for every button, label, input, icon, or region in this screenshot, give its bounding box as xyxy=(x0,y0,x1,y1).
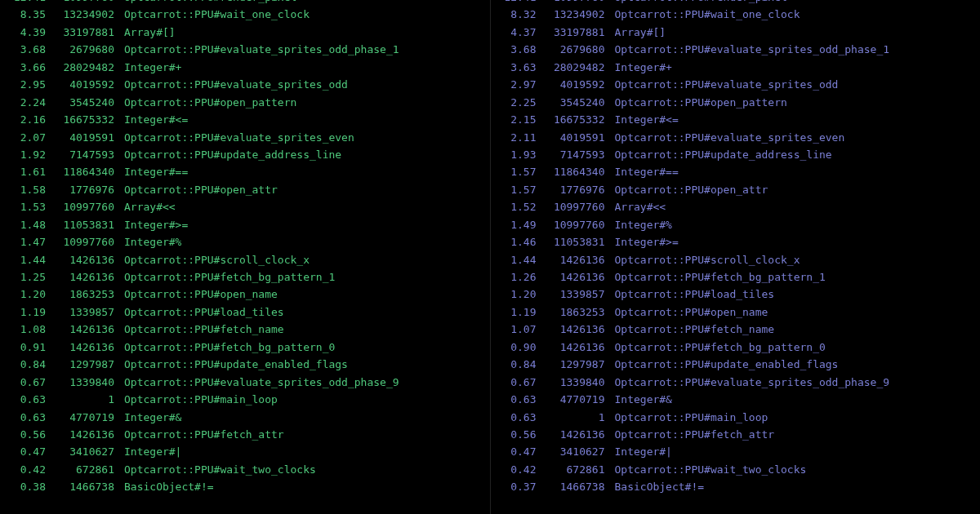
pct-value: 12.41 xyxy=(7,0,49,6)
method-name: Optcarrot::PPU#evaluate_sprites_odd_phas… xyxy=(615,374,974,391)
calls-value: 10997760 xyxy=(540,216,615,233)
calls-value: 2679680 xyxy=(49,41,124,58)
method-name: Array#[] xyxy=(124,24,483,41)
method-name: Optcarrot::PPU#fetch_attr xyxy=(124,426,483,443)
method-name: Integer#== xyxy=(615,163,974,180)
calls-value: 1297987 xyxy=(49,356,124,373)
calls-value: 1863253 xyxy=(540,304,615,321)
pct-value: 0.84 xyxy=(497,356,540,373)
pct-value: 2.97 xyxy=(497,76,540,93)
pct-value: 0.42 xyxy=(7,461,49,478)
calls-value: 10997760 xyxy=(49,233,124,250)
method-name: Optcarrot::PPU#evaluate_sprites_even xyxy=(124,129,483,146)
method-name: Integer#+ xyxy=(124,59,483,76)
profiler-row: 3.682679680Optcarrot::PPU#evaluate_sprit… xyxy=(497,41,974,58)
profiler-row: 2.253545240Optcarrot::PPU#open_pattern xyxy=(497,94,974,111)
profiler-row: 3.6328029482Integer#+ xyxy=(497,59,974,76)
pct-value: 2.16 xyxy=(7,111,49,128)
pct-value: 2.11 xyxy=(497,129,540,146)
method-name: Integer#>= xyxy=(615,233,974,250)
method-name: Array#<< xyxy=(124,198,483,215)
calls-value: 16675332 xyxy=(49,111,124,128)
calls-value: 1426136 xyxy=(540,251,615,268)
calls-value: 1426136 xyxy=(540,268,615,286)
profiler-row: 2.1616675332Integer#<= xyxy=(7,111,483,128)
profiler-row: 1.937147593Optcarrot::PPU#update_address… xyxy=(497,146,974,163)
profiler-row: 0.901426136Optcarrot::PPU#fetch_bg_patte… xyxy=(497,339,974,356)
method-name: Optcarrot::PPU#open_attr xyxy=(124,181,483,198)
pct-value: 1.47 xyxy=(7,233,49,250)
pct-value: 1.44 xyxy=(497,251,540,268)
pct-value: 0.67 xyxy=(497,374,540,391)
profiler-row: 1.201339857Optcarrot::PPU#load_tiles xyxy=(497,286,974,303)
profiler-row: 1.071426136Optcarrot::PPU#fetch_name xyxy=(497,321,974,338)
profiler-row: 0.371466738BasicObject#!= xyxy=(497,478,974,495)
profiler-row: 1.201863253Optcarrot::PPU#open_name xyxy=(7,286,483,303)
pct-value: 0.91 xyxy=(7,339,49,356)
calls-value: 1426136 xyxy=(49,321,124,338)
method-name: Integer#| xyxy=(615,443,974,460)
pct-value: 0.63 xyxy=(7,409,49,426)
pct-value: 1.61 xyxy=(7,163,49,180)
profiler-row: 0.42672861Optcarrot::PPU#wait_two_clocks xyxy=(7,461,483,478)
profiler-row: 1.5310997760Array#<< xyxy=(7,198,483,215)
calls-value: 10997760 xyxy=(49,198,124,215)
method-name: Optcarrot::PPU#wait_one_clock xyxy=(124,6,483,23)
method-name: Optcarrot::PPU#load_tiles xyxy=(615,286,974,303)
profiler-row: 3.682679680Optcarrot::PPU#evaluate_sprit… xyxy=(7,41,483,58)
profiler-row: 0.634770719Integer#& xyxy=(497,391,974,408)
method-name: Integer#== xyxy=(124,163,483,180)
calls-value: 13234902 xyxy=(49,6,124,23)
calls-value: 1863253 xyxy=(49,286,124,303)
profiler-row: 2.243545240Optcarrot::PPU#open_pattern xyxy=(7,94,483,111)
method-name: Optcarrot::PPU#fetch_name xyxy=(615,321,974,338)
pct-value: 0.56 xyxy=(7,426,49,443)
profiler-row: 1.261426136Optcarrot::PPU#fetch_bg_patte… xyxy=(497,268,974,286)
method-name: Optcarrot::PPU#update_enabled_flags xyxy=(615,356,974,373)
profiler-row: 0.561426136Optcarrot::PPU#fetch_attr xyxy=(497,426,974,443)
pct-value: 1.57 xyxy=(497,163,540,180)
pct-value: 0.42 xyxy=(497,461,540,478)
profiler-row: 8.3213234902Optcarrot::PPU#wait_one_cloc… xyxy=(497,6,974,23)
profiler-row: 0.634770719Integer#& xyxy=(7,409,483,426)
profiler-row: 0.841297987Optcarrot::PPU#update_enabled… xyxy=(497,356,974,373)
pct-value: 0.67 xyxy=(7,374,49,391)
method-name: Integer#% xyxy=(615,216,974,233)
calls-value: 1426136 xyxy=(540,339,615,356)
method-name: Optcarrot::PPU#wait_one_clock xyxy=(615,6,974,23)
calls-value: 11864340 xyxy=(49,163,124,180)
pct-value: 3.66 xyxy=(7,59,49,76)
pct-value: 3.63 xyxy=(497,59,540,76)
calls-value: 1466738 xyxy=(49,478,124,495)
pct-value: 2.25 xyxy=(497,94,540,111)
calls-value: 16675332 xyxy=(540,111,615,128)
method-name: Optcarrot::PPU#evaluate_sprites_even xyxy=(615,129,974,146)
profiler-row: 0.671339840Optcarrot::PPU#evaluate_sprit… xyxy=(7,374,483,391)
profiler-row: 2.1516675332Integer#<= xyxy=(497,111,974,128)
pct-value: 2.07 xyxy=(7,129,49,146)
pct-value: 1.46 xyxy=(497,233,540,250)
calls-value: 3545240 xyxy=(49,94,124,111)
profiler-row: 1.191863253Optcarrot::PPU#open_name xyxy=(497,304,974,321)
profiler-row: 0.473410627Integer#| xyxy=(497,443,974,460)
profiler-row: 1.4811053831Integer#>= xyxy=(7,216,483,233)
method-name: Optcarrot::PPU#main_loop xyxy=(615,409,974,426)
profiler-row: 1.441426136Optcarrot::PPU#scroll_clock_x xyxy=(497,251,974,268)
pct-value: 1.26 xyxy=(497,268,540,286)
pct-value: 0.47 xyxy=(7,443,49,460)
pct-value: 2.24 xyxy=(7,94,49,111)
method-name: Optcarrot::PPU#update_enabled_flags xyxy=(124,356,483,373)
method-name: Optcarrot::PPU#open_name xyxy=(124,286,483,303)
profiler-row: 12.4110997760Optcarrot::PPU#render_pixel xyxy=(7,0,483,6)
method-name: Optcarrot::PPU#scroll_clock_x xyxy=(615,251,974,268)
method-name: Optcarrot::PPU#fetch_bg_pattern_0 xyxy=(124,339,483,356)
method-name: BasicObject#!= xyxy=(124,478,483,495)
profiler-row: 2.974019592Optcarrot::PPU#evaluate_sprit… xyxy=(497,76,974,93)
calls-value: 7147593 xyxy=(49,146,124,163)
profiler-row: 1.581776976Optcarrot::PPU#open_attr xyxy=(7,181,483,198)
calls-value: 4019591 xyxy=(49,129,124,146)
pct-value: 1.57 xyxy=(497,181,540,198)
calls-value: 4770719 xyxy=(540,391,615,408)
pct-value: 1.19 xyxy=(7,304,49,321)
calls-value: 672861 xyxy=(49,461,124,478)
